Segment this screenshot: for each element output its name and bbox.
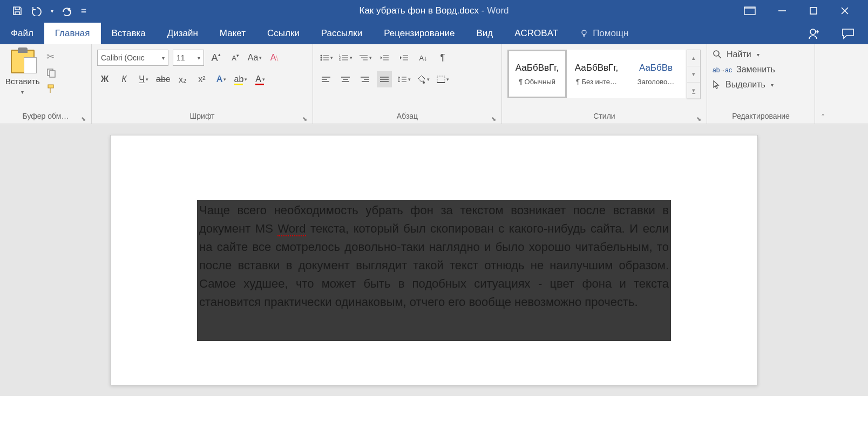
line-spacing-button[interactable]: ▾ — [396, 71, 411, 87]
align-justify-button[interactable] — [377, 71, 392, 87]
shading-button[interactable]: ▾ — [416, 71, 431, 87]
app-name: Word — [487, 5, 508, 16]
ribbon: Вставить ▾ ✂ Буфер обм…⬊ Calibri (Оснс▾ — [0, 44, 868, 124]
styles-scroll-up-icon[interactable]: ▴ — [687, 50, 700, 66]
group-paragraph: ▾ 123▾ ▾ A↓ ¶ ▾ ▾ ▾ А — [313, 44, 502, 124]
document-paragraph[interactable]: Чаще всего необходимость убрать фон за т… — [197, 200, 671, 341]
close-icon[interactable] — [840, 6, 850, 16]
replace-icon: ab→ac — [713, 65, 732, 74]
undo-dropdown-icon[interactable]: ▾ — [51, 8, 53, 14]
font-size-value: 11 — [177, 53, 185, 62]
styles-expand-icon[interactable]: ▾̲ — [687, 83, 700, 99]
titlebar: ▾ 〓 Как убрать фон в Ворд.docx - Word — [0, 0, 868, 44]
find-button[interactable]: Найти▾ — [713, 50, 775, 59]
svg-rect-44 — [437, 76, 445, 83]
font-color-button[interactable]: A▾ — [253, 71, 268, 87]
find-label: Найти — [727, 50, 751, 59]
find-icon — [713, 50, 722, 59]
collapse-ribbon-icon[interactable]: ˄ — [815, 44, 830, 124]
underline-button[interactable]: Ч▾ — [136, 71, 151, 87]
text-effects-button[interactable]: A▾ — [214, 71, 229, 87]
tell-me[interactable]: Помощн — [569, 23, 639, 44]
tab-insert[interactable]: Вставка — [101, 23, 157, 44]
change-case-button[interactable]: Aa▾ — [247, 50, 262, 66]
group-paragraph-label: Абзац — [397, 112, 418, 120]
subscript-button[interactable]: x₂ — [175, 71, 190, 87]
align-center-button[interactable] — [338, 71, 353, 87]
comments-icon[interactable] — [841, 28, 855, 39]
show-marks-button[interactable]: ¶ — [435, 50, 450, 66]
superscript-button[interactable]: x² — [194, 71, 209, 87]
share-icon[interactable] — [808, 27, 822, 40]
maximize-icon[interactable] — [809, 6, 818, 16]
decrease-indent-button[interactable] — [377, 50, 392, 66]
clipboard-dialog-launcher-icon[interactable]: ⬊ — [81, 115, 86, 122]
shrink-font-button[interactable]: A▾ — [228, 50, 243, 66]
clear-formatting-button[interactable]: A⧹ — [267, 50, 282, 66]
select-button[interactable]: Выделить▾ — [713, 80, 775, 90]
tab-layout[interactable]: Макет — [209, 23, 256, 44]
style-no-spacing[interactable]: АаБбВвГг, ¶ Без инте… — [567, 50, 626, 98]
bullets-button[interactable]: ▾ — [318, 50, 334, 66]
numbering-button[interactable]: 123▾ — [338, 50, 353, 66]
highlight-button[interactable]: ab▾ — [233, 71, 248, 87]
paste-button[interactable]: Вставить ▾ — [5, 47, 40, 112]
align-right-button[interactable] — [357, 71, 372, 87]
svg-rect-7 — [50, 71, 55, 77]
tab-home[interactable]: Главная — [44, 23, 101, 44]
qat-customize-icon[interactable]: 〓 — [80, 6, 87, 16]
svg-point-10 — [320, 57, 322, 59]
group-styles-label: Стили — [593, 112, 615, 120]
format-painter-icon[interactable] — [46, 83, 56, 94]
tab-file[interactable]: Файл — [0, 23, 44, 44]
minimize-icon[interactable] — [777, 6, 787, 16]
sort-button[interactable]: A↓ — [416, 50, 431, 66]
tab-references[interactable]: Ссылки — [256, 23, 310, 44]
style-sample: АаБбВвГг, — [516, 63, 559, 73]
group-font: Calibri (Оснс▾ 11▾ A▴ A▾ Aa▾ A⧹ Ж К Ч▾ a… — [92, 44, 313, 124]
paragraph-dialog-launcher-icon[interactable]: ⬊ — [491, 115, 496, 122]
paste-label: Вставить — [5, 77, 40, 86]
window-title: Как убрать фон в Ворд.docx - Word — [0, 5, 868, 16]
redo-icon[interactable] — [61, 5, 73, 16]
group-editing: Найти▾ ab→ac Заменить Выделить▾ Редактир… — [707, 44, 815, 124]
tab-mailings[interactable]: Рассылки — [310, 23, 373, 44]
style-normal[interactable]: АаБбВвГг, ¶ Обычный — [507, 50, 567, 98]
svg-point-4 — [582, 30, 586, 35]
cut-icon[interactable]: ✂ — [46, 51, 56, 63]
document-title: Как убрать фон в Ворд.docx — [359, 5, 479, 16]
font-size-combo[interactable]: 11▾ — [173, 50, 204, 66]
style-name: ¶ Без инте… — [576, 78, 617, 86]
svg-text:3: 3 — [339, 58, 341, 62]
document-page[interactable]: Чаще всего необходимость убрать фон за т… — [110, 135, 758, 385]
ribbon-display-icon[interactable] — [744, 6, 756, 15]
increase-indent-button[interactable] — [396, 50, 411, 66]
copy-icon[interactable] — [46, 68, 56, 78]
styles-scroll-down-icon[interactable]: ▾ — [687, 66, 700, 83]
tell-me-label: Помощн — [593, 28, 628, 39]
paste-dropdown-icon[interactable]: ▾ — [21, 89, 24, 95]
grow-font-button[interactable]: A▴ — [208, 50, 223, 66]
undo-icon[interactable] — [30, 5, 43, 16]
bold-button[interactable]: Ж — [97, 71, 112, 87]
tab-review[interactable]: Рецензирование — [373, 23, 465, 44]
tab-design[interactable]: Дизайн — [157, 23, 209, 44]
multilevel-list-button[interactable]: ▾ — [357, 50, 372, 66]
tab-acrobat[interactable]: ACROBAT — [504, 23, 569, 44]
svg-rect-1 — [744, 7, 755, 9]
font-name-combo[interactable]: Calibri (Оснс▾ — [97, 50, 168, 66]
italic-button[interactable]: К — [117, 71, 132, 87]
tab-view[interactable]: Вид — [465, 23, 504, 44]
styles-dialog-launcher-icon[interactable]: ⬊ — [696, 115, 701, 122]
strikethrough-button[interactable]: abc — [155, 71, 171, 87]
group-styles: АаБбВвГг, ¶ Обычный АаБбВвГг, ¶ Без инте… — [502, 44, 707, 124]
borders-button[interactable]: ▾ — [435, 71, 450, 87]
font-dialog-launcher-icon[interactable]: ⬊ — [302, 115, 307, 122]
save-icon[interactable] — [12, 5, 23, 16]
style-heading[interactable]: АаБбВв Заголово… — [626, 50, 686, 98]
replace-button[interactable]: ab→ac Заменить — [713, 65, 775, 74]
align-left-button[interactable] — [318, 71, 334, 87]
paste-icon — [11, 50, 35, 73]
group-clipboard: Вставить ▾ ✂ Буфер обм…⬊ — [0, 44, 92, 124]
group-font-label: Шрифт — [189, 112, 214, 120]
